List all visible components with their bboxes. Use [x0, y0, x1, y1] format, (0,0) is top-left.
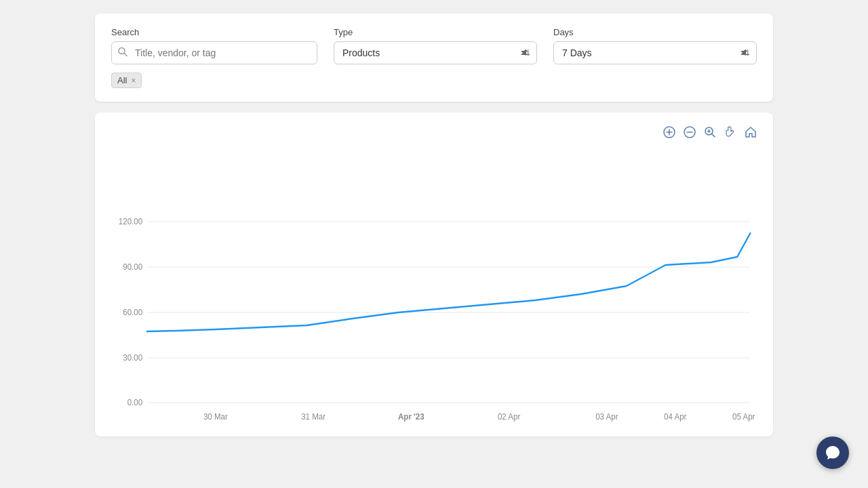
svg-text:03 Apr: 03 Apr [595, 412, 618, 421]
chart-area: 120.00 90.00 60.00 30.00 0.00 30 Mar 31 … [111, 131, 757, 423]
days-select[interactable]: 7 Days 14 Days 30 Days 90 Days [553, 41, 757, 64]
tag-row: All × [111, 73, 757, 88]
filter-row: Search Type Products [111, 27, 757, 64]
svg-text:04 Apr: 04 Apr [664, 412, 686, 421]
svg-text:0.00: 0.00 [127, 398, 143, 407]
search-input-wrapper [111, 41, 317, 64]
svg-text:60.00: 60.00 [123, 308, 142, 317]
svg-text:120.00: 120.00 [119, 217, 143, 226]
svg-text:31 Mar: 31 Mar [301, 412, 326, 421]
days-group: Days 7 Days 14 Days 30 Days 90 Days [553, 27, 757, 64]
days-select-wrapper: 7 Days 14 Days 30 Days 90 Days [553, 41, 757, 64]
all-tag[interactable]: All × [111, 73, 142, 88]
svg-text:Apr '23: Apr '23 [398, 412, 425, 421]
tag-remove-icon[interactable]: × [131, 76, 136, 85]
svg-text:90.00: 90.00 [123, 262, 142, 271]
svg-text:05 Apr: 05 Apr [732, 412, 755, 421]
svg-text:02 Apr: 02 Apr [498, 412, 520, 421]
chat-icon [825, 445, 841, 461]
svg-text:30.00: 30.00 [123, 353, 142, 362]
type-label: Type [334, 27, 537, 37]
type-select-wrapper: Products Variants Collections [334, 41, 537, 64]
days-label: Days [553, 27, 757, 37]
search-group: Search [111, 27, 317, 64]
tag-label: All [117, 75, 127, 85]
search-icon [118, 47, 127, 59]
svg-text:30 Mar: 30 Mar [203, 412, 228, 421]
page-container: Search Type Products [0, 0, 868, 450]
search-input[interactable] [111, 41, 317, 64]
search-label: Search [111, 27, 317, 37]
chat-bubble-button[interactable] [816, 436, 849, 469]
filter-card: Search Type Products [95, 14, 773, 102]
chart-card: 120.00 90.00 60.00 30.00 0.00 30 Mar 31 … [95, 113, 773, 436]
type-select[interactable]: Products Variants Collections [334, 41, 537, 64]
type-group: Type Products Variants Collections [334, 27, 537, 64]
svg-line-1 [124, 54, 127, 56]
line-chart: 120.00 90.00 60.00 30.00 0.00 30 Mar 31 … [111, 131, 757, 423]
